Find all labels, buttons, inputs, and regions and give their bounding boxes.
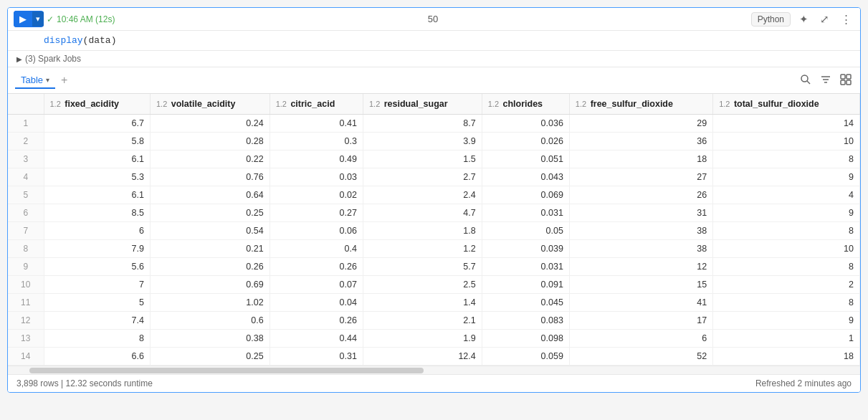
data-cell: 1.2 [363, 240, 482, 258]
data-cell: 5.8 [44, 133, 150, 151]
spark-jobs-row[interactable]: ▶ (3) Spark Jobs [8, 51, 860, 67]
data-cell: 1.02 [150, 294, 270, 312]
code-function: display [44, 35, 83, 46]
col-name-total-sulfur-dioxide: total_sulfur_dioxide [734, 99, 819, 109]
cell-toolbar: ▶ ▾ ✓ 10:46 AM (12s) 50 Python ✦ ⤢ ⋮ [8, 8, 860, 31]
data-cell: 0.25 [150, 204, 270, 222]
code-line: display(data) [44, 35, 852, 46]
col-type-volatile-acidity: 1.2 [156, 100, 167, 108]
data-cell: 0.039 [482, 240, 569, 258]
data-cell: 0.031 [482, 258, 569, 276]
col-header-fixed-acidity[interactable]: 1.2 fixed_acidity [44, 94, 150, 115]
rows-info: 3,898 rows | 12.32 seconds runtime [16, 378, 153, 388]
data-cell: 1.9 [363, 330, 482, 348]
data-cell: 0.26 [150, 258, 270, 276]
data-cell: 0.24 [150, 115, 270, 133]
data-cell: 0.28 [150, 133, 270, 151]
status-bar: 3,898 rows | 12.32 seconds runtime Refre… [8, 374, 860, 392]
data-cell: 3.9 [363, 133, 482, 151]
data-cell: 6 [569, 330, 712, 348]
row-number-cell: 11 [8, 294, 44, 312]
col-name-residual-sugar: residual_sugar [384, 99, 448, 109]
run-dropdown-icon: ▾ [36, 14, 40, 24]
data-cell: 0.49 [270, 151, 363, 168]
table-tab[interactable]: Table ▾ [15, 72, 55, 89]
tab-dropdown-icon[interactable]: ▾ [46, 76, 49, 84]
code-area[interactable]: display(data) [8, 31, 860, 51]
data-cell: 0.25 [150, 348, 270, 366]
horizontal-scrollbar[interactable] [8, 366, 860, 374]
data-cell: 0.051 [482, 151, 569, 168]
col-header-total-sulfur-dioxide[interactable]: 1.2 total_sulfur_dioxide [713, 94, 860, 115]
col-type-chlorides: 1.2 [488, 100, 499, 108]
data-cell: 0.02 [270, 186, 363, 204]
table-toolbar: Table ▾ + [8, 67, 860, 94]
run-dropdown-button[interactable]: ▾ [32, 11, 44, 27]
col-header-chlorides[interactable]: 1.2 chlorides [482, 94, 569, 115]
col-name-chlorides: chlorides [503, 99, 543, 109]
data-cell: 29 [569, 115, 712, 133]
row-number-cell: 14 [8, 348, 44, 366]
cell-toolbar-right: Python ✦ ⤢ ⋮ [751, 11, 854, 27]
row-number-cell: 3 [8, 151, 44, 168]
data-cell: 2 [713, 276, 860, 294]
data-cell: 8 [713, 151, 860, 168]
run-button[interactable]: ▶ [14, 11, 32, 27]
row-number-cell: 5 [8, 186, 44, 204]
language-badge[interactable]: Python [751, 12, 791, 27]
data-cell: 0.091 [482, 276, 569, 294]
expand-icon[interactable]: ⤢ [817, 11, 832, 27]
col-header-citric-acid[interactable]: 1.2 citric_acid [270, 94, 363, 115]
data-cell: 0.045 [482, 294, 569, 312]
data-cell: 10 [713, 133, 860, 151]
data-cell: 27 [569, 168, 712, 186]
more-options-icon[interactable]: ⋮ [838, 11, 854, 27]
run-icon: ▶ [19, 14, 27, 24]
filter-icon[interactable] [819, 72, 833, 89]
row-number-cell: 13 [8, 330, 44, 348]
col-type-citric-acid: 1.2 [276, 100, 287, 108]
run-button-group[interactable]: ▶ ▾ [14, 11, 44, 27]
data-cell: 31 [569, 204, 712, 222]
data-cell: 41 [569, 294, 712, 312]
data-cell: 9 [713, 168, 860, 186]
add-tab-button[interactable]: + [55, 72, 73, 89]
data-cell: 0.07 [270, 276, 363, 294]
data-cell: 0.69 [150, 276, 270, 294]
data-cell: 0.059 [482, 348, 569, 366]
data-cell: 6 [44, 222, 150, 240]
search-icon[interactable] [798, 72, 813, 89]
data-cell: 0.069 [482, 186, 569, 204]
data-table-container[interactable]: 1.2 fixed_acidity 1.2 volatile_acidity 1… [8, 94, 860, 366]
table-row: 1380.380.441.90.09861 [8, 330, 860, 348]
row-number-cell: 6 [8, 204, 44, 222]
data-cell: 0.27 [270, 204, 363, 222]
status-time: 10:46 AM (12s) [57, 14, 115, 24]
col-name-fixed-acidity: fixed_acidity [65, 99, 119, 109]
scrollbar-thumb[interactable] [29, 368, 424, 373]
svg-rect-5 [841, 75, 845, 79]
cell-toolbar-left: ▶ ▾ ✓ 10:46 AM (12s) [14, 11, 115, 27]
table-row: 95.60.260.265.70.031128 [8, 258, 860, 276]
col-header-residual-sugar[interactable]: 1.2 residual_sugar [363, 94, 482, 115]
col-header-volatile-acidity[interactable]: 1.2 volatile_acidity [150, 94, 270, 115]
layout-icon[interactable] [839, 72, 853, 89]
data-cell: 8 [713, 222, 860, 240]
col-type-fixed-acidity: 1.2 [50, 100, 61, 108]
data-cell: 0.31 [270, 348, 363, 366]
col-type-total-sulfur-dioxide: 1.2 [719, 100, 730, 108]
data-cell: 1.4 [363, 294, 482, 312]
row-num-header [8, 94, 44, 115]
data-cell: 12 [569, 258, 712, 276]
data-cell: 0.031 [482, 204, 569, 222]
data-cell: 15 [569, 276, 712, 294]
cell-toolbar-center: 50 [119, 14, 746, 24]
row-number-cell: 12 [8, 312, 44, 330]
sparkle-icon[interactable]: ✦ [796, 11, 811, 27]
data-cell: 0.026 [482, 133, 569, 151]
data-cell: 18 [713, 348, 860, 366]
col-header-free-sulfur-dioxide[interactable]: 1.2 free_sulfur_dioxide [569, 94, 712, 115]
data-cell: 5.3 [44, 168, 150, 186]
data-cell: 2.4 [363, 186, 482, 204]
data-cell: 6.6 [44, 348, 150, 366]
